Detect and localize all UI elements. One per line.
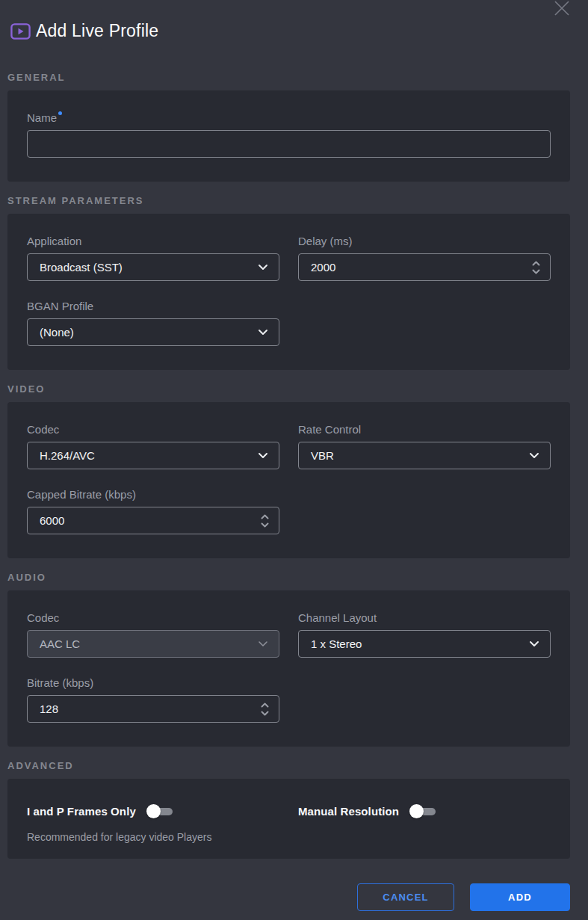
video-codec-select[interactable]: H.264/AVC	[27, 442, 279, 469]
audio-codec-select: AAC LC	[27, 630, 279, 658]
field-name: Name	[27, 111, 551, 158]
bgan-profile-select[interactable]: (None)	[27, 318, 279, 346]
video-codec-label: Codec	[27, 423, 279, 436]
chevron-down-icon	[258, 452, 268, 459]
required-indicator	[58, 111, 62, 115]
section-label-stream-parameters: STREAM PARAMETERS	[7, 195, 570, 206]
panel-advanced: I and P Frames Only Manual Resolution Re…	[7, 779, 570, 859]
section-label-advanced: ADVANCED	[7, 760, 570, 771]
dialog-footer: CANCEL ADD	[7, 883, 570, 911]
chevron-down-icon	[529, 640, 539, 647]
panel-stream-parameters: Application Broadcast (SST) Delay (ms)	[7, 214, 570, 370]
manual-resolution-toggle[interactable]	[409, 804, 436, 818]
audio-codec-label: Codec	[27, 611, 279, 624]
channel-layout-select[interactable]: 1 x Stereo	[298, 630, 551, 658]
channel-layout-select-value: 1 x Stereo	[311, 637, 529, 650]
field-bgan-profile: BGAN Profile (None)	[27, 300, 279, 346]
i-and-p-frames-toggle-group: I and P Frames Only	[27, 804, 279, 818]
capped-bitrate-input[interactable]	[27, 507, 279, 534]
rate-control-select-value: VBR	[311, 449, 529, 462]
stepper-icon[interactable]	[530, 259, 542, 275]
panel-audio: Codec AAC LC Channel Layout 1 x Stereo	[7, 590, 570, 747]
cancel-button[interactable]: CANCEL	[357, 883, 454, 911]
field-audio-codec: Codec AAC LC	[27, 611, 279, 658]
field-rate-control: Rate Control VBR	[298, 423, 551, 469]
field-delay: Delay (ms)	[298, 235, 551, 281]
bgan-profile-label: BGAN Profile	[27, 300, 279, 312]
rate-control-select[interactable]: VBR	[298, 442, 551, 469]
manual-resolution-toggle-group: Manual Resolution	[298, 804, 551, 818]
dialog-header: Add Live Profile	[10, 0, 570, 41]
field-capped-bitrate: Capped Bitrate (kbps)	[27, 488, 279, 534]
field-application: Application Broadcast (SST)	[27, 235, 279, 281]
channel-layout-label: Channel Layout	[298, 611, 551, 624]
chevron-down-icon	[529, 452, 539, 459]
video-codec-select-value: H.264/AVC	[40, 449, 258, 462]
application-select[interactable]: Broadcast (SST)	[27, 253, 279, 281]
name-label: Name	[27, 111, 551, 124]
i-and-p-frames-label: I and P Frames Only	[27, 805, 136, 818]
field-video-codec: Codec H.264/AVC	[27, 423, 279, 469]
stepper-icon[interactable]	[259, 513, 270, 528]
chevron-down-icon	[258, 329, 268, 336]
field-channel-layout: Channel Layout 1 x Stereo	[298, 611, 551, 658]
manual-resolution-label: Manual Resolution	[298, 805, 399, 818]
delay-label: Delay (ms)	[298, 235, 551, 247]
add-live-profile-dialog: Add Live Profile GENERAL Name STREAM PAR…	[0, 0, 588, 920]
audio-bitrate-label: Bitrate (kbps)	[27, 676, 279, 689]
bgan-profile-select-value: (None)	[40, 326, 258, 339]
name-label-text: Name	[27, 111, 57, 124]
capped-bitrate-number-field	[27, 507, 279, 534]
application-label: Application	[27, 235, 279, 247]
dialog-title: Add Live Profile	[36, 21, 158, 41]
audio-codec-select-value: AAC LC	[40, 637, 258, 650]
delay-input[interactable]	[298, 253, 551, 281]
add-button[interactable]: ADD	[470, 883, 570, 911]
audio-bitrate-input[interactable]	[27, 695, 279, 723]
section-label-general: GENERAL	[7, 72, 570, 83]
delay-number-field	[298, 253, 551, 281]
stepper-icon[interactable]	[259, 701, 270, 717]
toggle-knob	[409, 804, 424, 818]
legacy-players-helper-text: Recommended for legacy video Players	[27, 831, 551, 843]
panel-general: Name	[7, 90, 570, 182]
live-video-icon	[10, 23, 31, 40]
application-select-value: Broadcast (SST)	[40, 261, 258, 274]
name-input[interactable]	[27, 130, 551, 158]
chevron-down-icon	[258, 264, 268, 271]
close-icon[interactable]	[552, 0, 572, 18]
audio-bitrate-number-field	[27, 695, 279, 723]
section-label-video: VIDEO	[7, 383, 570, 395]
chevron-down-icon	[258, 640, 268, 647]
section-label-audio: AUDIO	[7, 572, 570, 583]
toggle-knob	[146, 804, 161, 818]
rate-control-label: Rate Control	[298, 423, 551, 436]
panel-video: Codec H.264/AVC Rate Control VBR	[7, 402, 570, 558]
i-and-p-frames-toggle[interactable]	[146, 804, 173, 818]
capped-bitrate-label: Capped Bitrate (kbps)	[27, 488, 279, 501]
field-audio-bitrate: Bitrate (kbps)	[27, 676, 279, 723]
